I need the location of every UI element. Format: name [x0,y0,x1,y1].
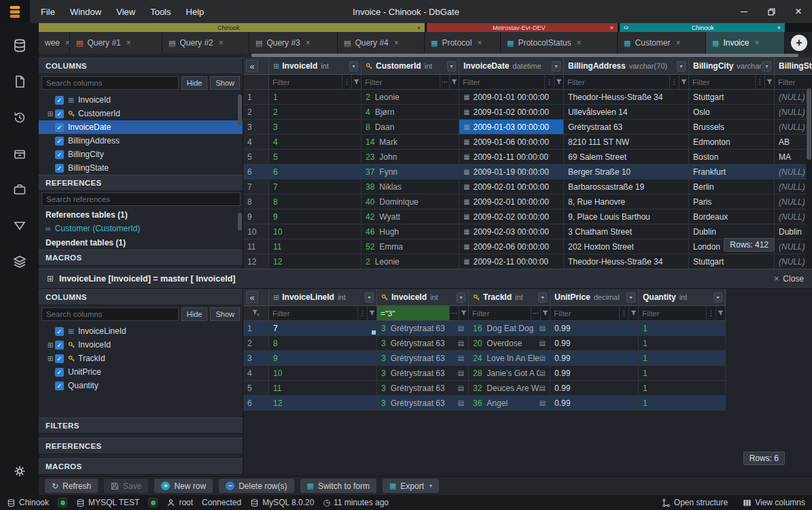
cell-billingaddress[interactable]: Theodor-Heuss-Straße 34 [564,254,689,269]
close-button[interactable]: × [785,0,812,23]
checkbox-checked[interactable]: ✓ [55,109,64,118]
database-icon[interactable] [12,38,27,53]
row-number[interactable]: 3 [243,120,269,134]
filter-input[interactable] [269,306,357,320]
columns-section-header[interactable]: COLUMNS [39,289,243,305]
reference-customer-link[interactable]: ∞Customer (CustomerId) [39,222,243,235]
row-number[interactable]: 6 [243,396,269,410]
filter-input[interactable] [639,306,706,320]
cell-quantity[interactable]: 1 [639,396,726,410]
table-row[interactable]: 1 1 2Leonie ▦2009-01-01 00:00:00 Theodor… [243,90,812,105]
cell-billingcity[interactable]: Stuttgart [689,90,775,104]
cell-billingcity[interactable]: Stuttgart [689,254,775,269]
cell-invoiceid[interactable]: 3Grétrystraat 63▤ [377,336,469,350]
cell-unitprice[interactable]: 0.99 [550,381,639,395]
show-button[interactable]: Show [210,76,240,90]
chevron-down-icon[interactable]: ▾ [762,61,771,71]
cell-invoicedate-selected[interactable]: ▦2009-01-03 00:00:00 [459,120,564,134]
cell-quantity[interactable]: 1 [639,366,726,380]
cell-billingcity[interactable]: Frankfurt [689,165,775,179]
close-icon[interactable]: × [754,38,759,48]
menu-dots-icon[interactable]: ⋮ [706,306,716,320]
document-icon[interactable]: ▤ [540,324,546,332]
document-icon[interactable]: ▤ [458,324,464,332]
connection-color-chip[interactable] [58,498,67,507]
open-structure-button[interactable]: Open structure [662,498,728,507]
table-row[interactable]: 3 3 8Daan ▦2009-01-03 00:00:00 Grétrystr… [243,120,812,135]
filter-unitprice[interactable]: ⋮ [550,306,639,320]
filter-invoicelineid[interactable]: ⋮ [269,306,377,320]
cell-invoicedate[interactable]: ▦2009-01-06 00:00:00 [459,135,564,149]
tab-query-3[interactable]: ▤Query #3× [249,32,338,54]
clear-filters-button[interactable] [243,306,269,320]
cell-billingaddress[interactable]: 8210 111 ST NW [564,135,689,149]
tree-item-billingcity[interactable]: ✓BillingCity [39,148,243,161]
document-icon[interactable]: ▤ [458,339,464,347]
table-row[interactable]: 2 2 4Bjørn ▦2009-01-02 00:00:00 Ullevåls… [243,105,812,120]
close-icon[interactable]: × [610,24,614,31]
cell-customerid[interactable]: 8Daan [361,120,459,134]
cell-customerid[interactable]: 4Bjørn [361,105,459,119]
new-tab-button[interactable]: + [791,35,807,51]
funnel-icon[interactable] [459,306,468,320]
cell-invoicelineid[interactable]: 11 [269,381,377,395]
history-icon[interactable] [12,110,27,125]
tab-invoice[interactable]: ▦Invoice× [706,32,785,54]
expand-icon[interactable]: ⊞ [46,355,55,362]
layers-icon[interactable] [12,254,27,269]
table-row[interactable]: 2 8 3Grétrystraat 63▤ 20Overdose▤ 0.99 1 [243,336,726,351]
menu-dots-icon[interactable]: ⋮ [755,75,764,89]
close-icon[interactable]: × [126,38,131,48]
macros-section-header[interactable]: MACROS [39,458,243,475]
funnel-icon[interactable] [554,75,563,89]
cell-invoiceid[interactable]: 12 [269,254,361,269]
column-header-invoicelineid[interactable]: ⊞InvoiceLineIdint▾ [269,289,377,305]
close-icon[interactable]: × [675,38,680,48]
expand-icon[interactable]: ⊞ [46,341,55,349]
menu-dots-icon[interactable]: ⋮ [342,75,351,89]
close-icon[interactable]: × [576,38,581,48]
file-icon[interactable] [12,74,27,89]
tree-item-customerid[interactable]: ⊞✓CustomerId [39,107,243,120]
tab-scrollbar[interactable] [243,54,805,57]
row-number[interactable]: 10 [243,224,269,239]
cell-invoicedate[interactable]: ▦2009-02-01 00:00:00 [459,194,564,209]
chevron-down-icon[interactable]: ▾ [447,61,456,71]
cell-customerid[interactable]: 52Emma [361,239,459,254]
row-number[interactable]: 1 [243,90,269,104]
cell-billingaddress[interactable]: 3 Chatham Street [564,224,689,239]
cell-trackid[interactable]: 24Love In An Elevator▤ [469,351,550,365]
cell-unitprice[interactable]: 0.99 [550,396,639,410]
tab-group-chinook-2[interactable]: ⛀ Chinook × [620,23,785,32]
cell-trackid[interactable]: 16Dog Eat Dog▤ [469,321,550,335]
search-columns-input[interactable] [41,307,179,321]
document-icon[interactable]: ▤ [540,369,546,377]
checkbox-checked[interactable]: ✓ [55,164,64,173]
export-button[interactable]: ▦Export▾ [383,479,439,493]
cell-invoicedate[interactable]: ▦2009-01-02 00:00:00 [459,105,564,119]
cell-unitprice[interactable]: 0.99 [550,321,639,335]
funnel-icon[interactable] [449,75,459,89]
menu-dots-icon[interactable]: ⋮ [669,75,679,89]
cell-billingcity[interactable]: Brussels [689,120,775,134]
search-references-input[interactable] [41,192,241,206]
cell-invoiceid[interactable]: 2 [269,105,361,119]
table-row[interactable]: 10 10 46Hugh ▦2009-02-03 00:00:00 3 Chat… [243,224,812,239]
document-icon[interactable]: ▤ [540,354,546,362]
checkbox-checked[interactable]: ✓ [55,327,64,336]
tree-item-invoiceid[interactable]: ⊞✓InvoiceId [39,338,243,352]
collapse-left-panel-button[interactable]: « [246,291,258,303]
row-number[interactable]: 8 [243,194,269,209]
ellipsis-icon[interactable]: ⋯ [440,75,449,89]
cell-trackid[interactable]: 36Angel▤ [469,396,550,410]
row-number[interactable]: 6 [243,165,269,179]
filter-billingcity[interactable]: ⋮ [689,75,775,89]
checkbox-checked[interactable]: ✓ [55,123,64,132]
tree-item-billingaddress[interactable]: ✓BillingAddress [39,134,243,148]
cell-invoicedate[interactable]: ▦2009-02-06 00:00:00 [459,239,564,254]
column-header-unitprice[interactable]: UnitPricedecimal▾ [550,289,639,305]
cell-billingcity[interactable]: Boston [689,150,775,164]
menu-file[interactable]: File [41,7,55,17]
cell-customerid[interactable]: 14Mark [361,135,459,149]
cell-invoicelineid-selected[interactable]: 7 [269,321,377,335]
